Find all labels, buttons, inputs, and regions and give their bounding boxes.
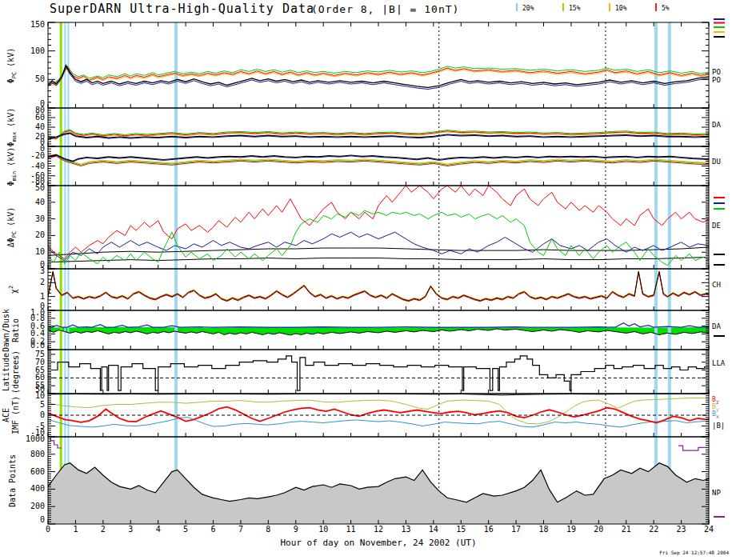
- y-tick-label: 1000: [8, 435, 45, 443]
- x-tick-label: 5: [177, 526, 194, 534]
- x-tick-label: 17: [507, 526, 525, 534]
- x-tick-label: 1: [66, 526, 84, 534]
- x-tick-label: 3: [122, 526, 139, 534]
- panel-ylabel: Data Points: [9, 454, 17, 506]
- x-tick-label: 13: [397, 526, 414, 534]
- timestamp: Fri Sep 24 12:57:48 2004: [659, 550, 729, 555]
- x-tick-label: 8: [259, 526, 277, 534]
- panel-ylabel: χ2: [7, 286, 18, 294]
- panel-ylabel: ACE: [2, 408, 10, 422]
- right-panel-label: DA: [712, 122, 721, 129]
- right-panel-label: NP: [712, 490, 721, 497]
- right-panel-label: PO: [712, 77, 721, 84]
- x-tick-label: 22: [645, 526, 662, 534]
- x-tick-label: 12: [370, 526, 387, 534]
- x-tick-label: 19: [562, 526, 580, 534]
- x-tick-label: 2: [94, 526, 112, 534]
- right-panel-label: DE: [712, 222, 721, 230]
- y-tick-label: 1.0: [8, 309, 45, 317]
- x-tick-label: 24: [700, 526, 718, 534]
- panel-ylabel: Latitude: [2, 352, 10, 390]
- x-tick-label: 7: [232, 526, 250, 534]
- y-tick-label: 3: [8, 267, 45, 275]
- x-tick-label: 9: [287, 526, 305, 534]
- panel-ylabel: Φmax (kV): [7, 108, 18, 147]
- superdarn-figure: SuperDARN Ultra-High-Quality Data (Order…: [0, 0, 732, 560]
- x-tick-label: 18: [535, 526, 553, 534]
- y-tick-label: 1: [8, 293, 45, 301]
- panel-ylabel: (degrees): [12, 350, 20, 393]
- y-tick-label: 10: [8, 248, 45, 256]
- x-tick-label: 15: [452, 526, 470, 534]
- panel-ylabel: Dawn/Dusk: [2, 308, 10, 351]
- panel-ylabel: ΔΦPC (kV): [7, 207, 18, 248]
- x-axis-label: Hour of day on November, 24 2002 (UT): [176, 538, 581, 548]
- right-panel-label: DA: [712, 323, 721, 330]
- x-tick-label: 16: [480, 526, 498, 534]
- right-panel-label: |B|: [712, 422, 725, 430]
- y-tick-label: 150: [8, 21, 45, 29]
- y-tick-label: 40: [8, 198, 45, 206]
- x-tick-label: 11: [342, 526, 360, 534]
- x-tick-label: 4: [150, 526, 167, 534]
- x-tick-label: 6: [205, 526, 222, 534]
- panel-ylabel: Ratio: [12, 318, 20, 342]
- x-tick-label: 0: [39, 526, 57, 534]
- x-tick-label: 20: [590, 526, 607, 534]
- panel-ylabel: Φmin (kV): [7, 146, 18, 186]
- x-tick-label: 23: [673, 526, 690, 534]
- right-panel-label: CH: [712, 282, 721, 289]
- x-tick-label: 14: [425, 526, 442, 534]
- right-panel-label: PO: [712, 69, 721, 76]
- y-tick-label: 0: [8, 516, 45, 524]
- plot-svg: [0, 0, 732, 560]
- panel-ylabel: ΦPC (kV): [7, 47, 18, 83]
- right-panel-label: Bx: [712, 411, 719, 420]
- x-tick-label: 10: [314, 526, 332, 534]
- panel-ylabel: IMF (nT): [12, 396, 20, 434]
- right-panel-label: LLA: [712, 360, 725, 367]
- x-tick-label: 21: [618, 526, 635, 534]
- right-panel-label: DU: [712, 158, 721, 166]
